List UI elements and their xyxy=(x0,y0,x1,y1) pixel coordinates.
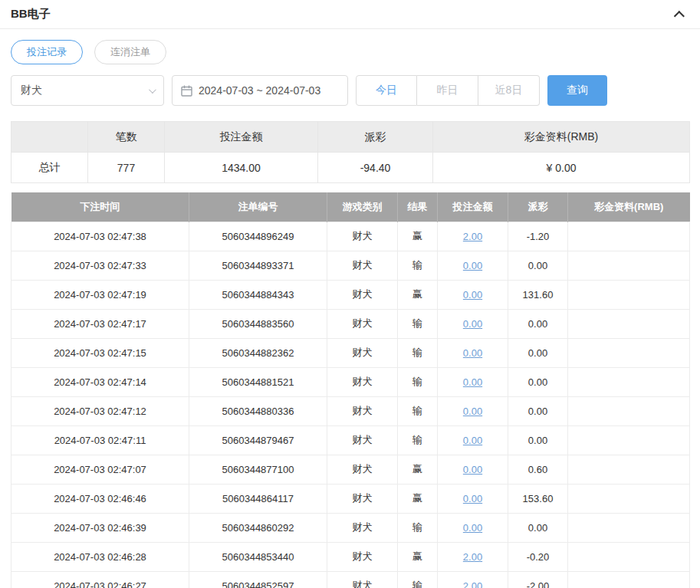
table-row: 2024-07-03 02:47:07 5060344877100 财犬 赢 0… xyxy=(12,455,690,484)
cell-result: 输 xyxy=(398,425,438,455)
chevron-down-icon xyxy=(149,86,156,94)
tab-bet-records[interactable]: 投注记录 xyxy=(11,40,83,64)
cell-order-id: 5060344883560 xyxy=(189,309,327,338)
summary-payout-value: -94.40 xyxy=(318,153,433,183)
table-row: 2024-07-03 02:47:19 5060344884343 财犬 赢 0… xyxy=(12,280,690,309)
game-select[interactable]: 财犬 xyxy=(11,75,164,106)
cell-bet-time: 2024-07-03 02:47:17 xyxy=(12,309,189,338)
bet-amount-link[interactable]: 0.00 xyxy=(463,347,482,359)
cell-bet-amount: 2.00 xyxy=(438,542,508,571)
table-row: 2024-07-03 02:47:33 5060344893371 财犬 输 0… xyxy=(12,251,690,280)
today-button[interactable]: 今日 xyxy=(356,75,417,106)
cell-bonus xyxy=(568,484,690,513)
bet-records-table: 下注时间 注单编号 游戏类别 结果 投注金额 派彩 彩金资料(RMB) xyxy=(11,192,690,588)
cell-payout: -2.00 xyxy=(508,571,568,588)
table-row: 2024-07-03 02:47:14 5060344881521 财犬 输 0… xyxy=(12,367,690,396)
cell-bet-amount: 0.00 xyxy=(438,251,508,280)
table-row: 2024-07-03 02:47:15 5060344882362 财犬 输 0… xyxy=(12,338,690,367)
cell-bonus xyxy=(568,425,690,455)
cell-bonus xyxy=(568,222,690,251)
game-select-value: 财犬 xyxy=(21,84,42,97)
cell-bonus xyxy=(568,542,690,571)
summary-table: 笔数 投注金额 派彩 彩金资料(RMB) 总计 777 1434.00 -94.… xyxy=(11,121,690,183)
cell-result: 输 xyxy=(398,571,438,588)
bet-amount-link[interactable]: 2.00 xyxy=(463,580,482,588)
cell-bet-amount: 0.00 xyxy=(438,338,508,367)
cell-bet-amount: 0.00 xyxy=(438,513,508,542)
table-row: 2024-07-03 02:46:28 5060344853440 财犬 赢 2… xyxy=(12,542,690,571)
column-header: 结果 xyxy=(398,192,438,222)
table-row: 2024-07-03 02:46:46 5060344864117 财犬 赢 0… xyxy=(12,484,690,513)
cell-bet-amount: 0.00 xyxy=(438,396,508,425)
summary-header-count: 笔数 xyxy=(88,122,165,153)
summary-count-value: 777 xyxy=(88,153,165,183)
bet-amount-link[interactable]: 0.00 xyxy=(463,318,482,330)
cell-bet-time: 2024-07-03 02:47:15 xyxy=(12,338,189,367)
table-row: 2024-07-03 02:46:27 5060344852597 财犬 输 2… xyxy=(12,571,690,588)
collapse-chevron-icon[interactable] xyxy=(674,11,685,21)
cell-payout: 131.60 xyxy=(508,280,568,309)
cell-result: 输 xyxy=(398,338,438,367)
bet-amount-link[interactable]: 0.00 xyxy=(463,406,482,417)
cell-bet-amount: 0.00 xyxy=(438,425,508,455)
bet-amount-link[interactable]: 0.00 xyxy=(463,522,482,534)
bet-amount-link[interactable]: 0.00 xyxy=(463,464,482,475)
cell-bet-amount: 0.00 xyxy=(438,309,508,338)
date-range-input[interactable]: 2024-07-03 ~ 2024-07-03 xyxy=(172,75,348,106)
panel-header: BB电子 xyxy=(0,0,700,29)
bet-amount-link[interactable]: 0.00 xyxy=(463,493,482,504)
cell-game-type: 财犬 xyxy=(327,251,398,280)
cell-bet-time: 2024-07-03 02:47:11 xyxy=(12,425,189,455)
last8days-button[interactable]: 近8日 xyxy=(478,75,540,106)
table-row: 2024-07-03 02:47:17 5060344883560 财犬 输 0… xyxy=(12,309,690,338)
cell-bonus xyxy=(568,455,690,484)
cell-result: 赢 xyxy=(398,455,438,484)
cell-order-id: 5060344882362 xyxy=(189,338,327,367)
cell-order-id: 5060344880336 xyxy=(189,396,327,425)
cell-game-type: 财犬 xyxy=(327,425,398,455)
cell-bonus xyxy=(568,367,690,396)
cell-bonus xyxy=(568,251,690,280)
cell-game-type: 财犬 xyxy=(327,338,398,367)
tab-cancelled-orders[interactable]: 连消注单 xyxy=(94,40,166,64)
bet-amount-link[interactable]: 0.00 xyxy=(463,376,482,388)
cell-payout: 0.00 xyxy=(508,367,568,396)
bet-amount-link[interactable]: 2.00 xyxy=(463,231,482,242)
bb-games-panel: BB电子 投注记录 连消注单 财犬 2024-07-03 ~ 2024-07-0… xyxy=(0,0,700,588)
yesterday-button[interactable]: 昨日 xyxy=(417,75,478,106)
cell-order-id: 5060344879467 xyxy=(189,425,327,455)
cell-payout: -1.20 xyxy=(508,222,568,251)
bet-amount-link[interactable]: 0.00 xyxy=(463,260,482,271)
cell-bet-amount: 2.00 xyxy=(438,571,508,588)
summary-total-label: 总计 xyxy=(12,153,88,183)
cell-game-type: 财犬 xyxy=(327,571,398,588)
table-row: 2024-07-03 02:47:11 5060344879467 财犬 输 0… xyxy=(12,425,690,455)
cell-bet-time: 2024-07-03 02:47:19 xyxy=(12,280,189,309)
cell-bonus xyxy=(568,338,690,367)
tab-bar: 投注记录 连消注单 xyxy=(0,29,700,75)
search-button[interactable]: 查询 xyxy=(547,75,607,106)
cell-payout: 0.00 xyxy=(508,338,568,367)
date-range-value: 2024-07-03 ~ 2024-07-03 xyxy=(199,84,320,97)
bet-amount-link[interactable]: 0.00 xyxy=(463,435,482,446)
table-row: 2024-07-03 02:47:12 5060344880336 财犬 输 0… xyxy=(12,396,690,425)
cell-game-type: 财犬 xyxy=(327,455,398,484)
cell-result: 输 xyxy=(398,513,438,542)
table-row: 2024-07-03 02:47:38 5060344896249 财犬 赢 2… xyxy=(12,222,690,251)
calendar-icon xyxy=(181,85,192,97)
cell-payout: 0.00 xyxy=(508,513,568,542)
cell-game-type: 财犬 xyxy=(327,367,398,396)
cell-bet-time: 2024-07-03 02:46:39 xyxy=(12,513,189,542)
cell-bet-amount: 0.00 xyxy=(438,280,508,309)
cell-bet-amount: 0.00 xyxy=(438,455,508,484)
records-body: 2024-07-03 02:47:38 5060344896249 财犬 赢 2… xyxy=(12,222,690,588)
cell-game-type: 财犬 xyxy=(327,542,398,571)
cell-payout: 0.00 xyxy=(508,396,568,425)
cell-bet-time: 2024-07-03 02:47:12 xyxy=(12,396,189,425)
cell-bet-amount: 2.00 xyxy=(438,222,508,251)
bet-amount-link[interactable]: 0.00 xyxy=(463,289,482,301)
summary-header-payout: 派彩 xyxy=(318,122,433,153)
cell-result: 输 xyxy=(398,309,438,338)
cell-bet-amount: 0.00 xyxy=(438,367,508,396)
bet-amount-link[interactable]: 2.00 xyxy=(463,551,482,563)
